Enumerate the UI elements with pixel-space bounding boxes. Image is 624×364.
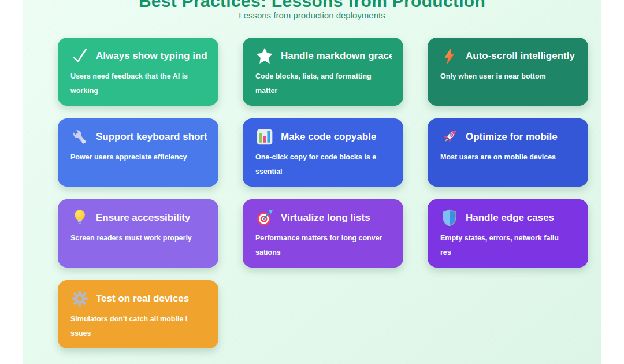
card: Always show typing indica Users need fee…: [58, 38, 218, 106]
card-description: Users need feedback that the AI is worki…: [70, 69, 207, 98]
lightning-icon: [440, 47, 459, 65]
card-title: Handle edge cases: [466, 212, 554, 224]
rocket-icon: [440, 128, 459, 146]
card-title: Ensure accessibility: [96, 212, 190, 224]
card-header: Virtualize long lists: [255, 207, 392, 228]
card-title: Virtualize long lists: [281, 212, 370, 224]
target-icon: [255, 209, 274, 227]
gear-icon: [70, 289, 89, 308]
card-description: Screen readers must work properly: [70, 231, 207, 246]
card-description: Simulators don't catch all mobile i ssue…: [70, 312, 207, 341]
card: Virtualize long lists Performance matter…: [243, 199, 403, 268]
wrench-icon: [70, 128, 89, 146]
shield-icon: [440, 209, 459, 227]
card-title: Optimize for mobile: [466, 131, 558, 143]
star-icon: [255, 47, 274, 65]
card: Make code copyable One-click copy for co…: [243, 118, 403, 187]
card-header: Always show typing indica: [70, 46, 207, 66]
card-header: Handle markdown gracefull: [255, 46, 392, 66]
card: Handle edge cases Empty states, errors, …: [428, 199, 588, 268]
card-description: Empty states, errors, network failu res: [440, 231, 577, 260]
card-description: Most users are on mobile devices: [440, 150, 577, 165]
bar-chart-icon: [255, 128, 274, 146]
card: Test on real devices Simulators don't ca…: [58, 280, 218, 348]
card: Optimize for mobile Most users are on mo…: [428, 118, 588, 187]
card-header: Optimize for mobile: [440, 127, 577, 147]
page-subtitle: Lessons from production deployments: [23, 10, 601, 21]
card-title: Support keyboard shortcut: [96, 131, 207, 143]
card-title: Handle markdown gracefull: [281, 50, 392, 62]
card-header: Make code copyable: [255, 127, 392, 147]
card-description: Power users appreciate efficiency: [70, 150, 207, 165]
card: Ensure accessibility Screen readers must…: [58, 199, 218, 268]
card-header: Support keyboard shortcut: [70, 127, 207, 147]
card-description: One-click copy for code blocks is e ssen…: [255, 150, 392, 179]
best-practices-section: Best Practices: Lessons from Production …: [23, 0, 601, 364]
bulb-icon: [70, 209, 89, 227]
card-description: Only when user is near bottom: [440, 69, 577, 84]
card-title: Always show typing indica: [96, 50, 207, 62]
card: Handle markdown gracefull Code blocks, l…: [243, 38, 403, 106]
check-icon: [70, 47, 89, 65]
card-header: Auto-scroll intelligently: [440, 46, 577, 66]
card-description: Performance matters for long conver sati…: [255, 231, 392, 260]
card-title: Test on real devices: [96, 293, 189, 304]
card-title: Make code copyable: [281, 131, 376, 143]
card: Support keyboard shortcut Power users ap…: [58, 118, 218, 187]
cards-grid: Always show typing indica Users need fee…: [58, 38, 588, 348]
card-header: Handle edge cases: [440, 207, 577, 228]
card-header: Ensure accessibility: [70, 207, 207, 228]
card: Auto-scroll intelligently Only when user…: [428, 38, 588, 106]
card-header: Test on real devices: [70, 288, 207, 309]
card-description: Code blocks, lists, and formatting matte…: [255, 69, 392, 98]
card-title: Auto-scroll intelligently: [466, 50, 575, 62]
